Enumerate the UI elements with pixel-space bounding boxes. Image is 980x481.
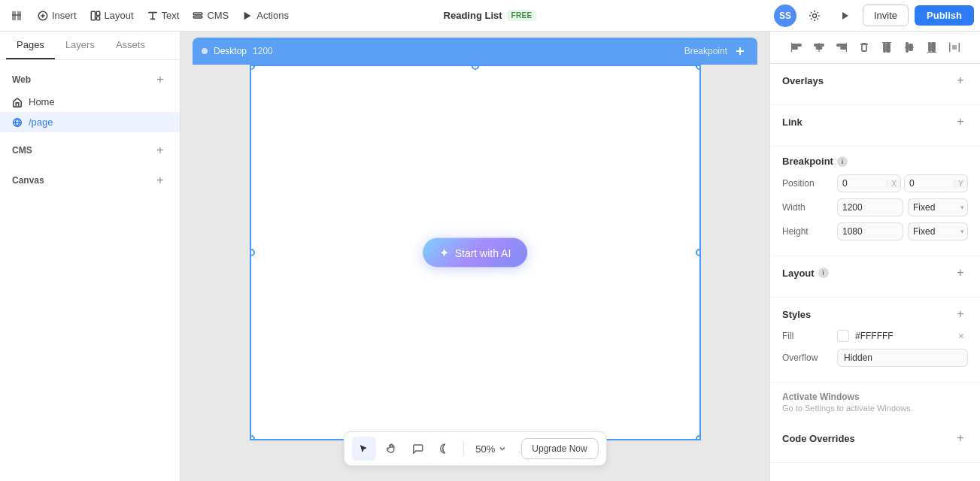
position-x-input[interactable]: [838, 175, 887, 192]
align-bottom-button[interactable]: [922, 38, 942, 57]
canvas-viewport[interactable]: ✦ Start with AI: [181, 65, 769, 481]
align-top-button[interactable]: [877, 38, 897, 57]
width-input[interactable]: [838, 199, 903, 216]
overlays-header: Overlays +: [782, 73, 968, 88]
overflow-select[interactable]: HiddenVisibleScrollAuto: [838, 349, 967, 366]
handle-bl[interactable]: [250, 435, 255, 440]
right-panel: Overlays + Link + Breakpoint i Position: [769, 32, 980, 481]
hand-tool[interactable]: [378, 437, 402, 461]
sidebar-item-page[interactable]: /page: [0, 112, 180, 132]
height-mode-arrow: ▾: [960, 228, 967, 235]
tab-layers[interactable]: Layers: [55, 32, 105, 59]
layout-info-icon[interactable]: i: [818, 268, 829, 278]
add-canvas-button[interactable]: +: [153, 173, 168, 188]
fill-color-value: #FFFFFF: [855, 331, 948, 341]
canvas-topbar: Desktop 1200 Breakpoint: [193, 38, 757, 65]
align-center-h-button[interactable]: [809, 38, 829, 57]
add-code-override-button[interactable]: +: [953, 431, 968, 446]
height-mode-select[interactable]: FixedAutoFill: [909, 223, 960, 240]
layout-button[interactable]: Layout: [84, 7, 140, 24]
text-button[interactable]: Text: [141, 7, 186, 24]
sidebar-item-home[interactable]: Home: [0, 92, 180, 112]
toolbar-divider: [463, 441, 463, 456]
svg-rect-29: [929, 43, 930, 51]
globe-icon: [12, 117, 23, 128]
handle-br[interactable]: [696, 435, 701, 440]
position-y-input[interactable]: [905, 175, 954, 192]
handle-tr[interactable]: [696, 65, 701, 70]
align-center-v-button[interactable]: [900, 38, 919, 57]
activate-windows-overlay: Activate Windows Go to Settings to activ…: [770, 383, 980, 422]
tab-assets[interactable]: Assets: [105, 32, 156, 59]
height-input[interactable]: [838, 223, 903, 240]
start-with-ai-button[interactable]: ✦ Start with AI: [423, 238, 528, 268]
zoom-selector[interactable]: 50%: [469, 440, 511, 458]
actions-button[interactable]: Actions: [236, 7, 295, 24]
preview-button[interactable]: [833, 4, 857, 28]
handle-ml[interactable]: [250, 249, 255, 256]
tab-pages[interactable]: Pages: [6, 32, 55, 59]
svg-rect-23: [884, 44, 885, 52]
position-x-wrap: X: [837, 174, 901, 192]
canvas-frame[interactable]: ✦ Start with AI: [250, 65, 701, 440]
add-style-button[interactable]: +: [953, 307, 968, 322]
breakpoint-header: Breakpoint i: [782, 156, 968, 167]
overflow-select-wrap: HiddenVisibleScrollAuto: [837, 349, 968, 367]
add-link-button[interactable]: +: [953, 114, 968, 129]
delete-button[interactable]: [854, 38, 874, 57]
styles-section: Styles + Fill #FFFFFF × Overflow HiddenV…: [770, 298, 980, 383]
svg-rect-6: [194, 13, 202, 15]
web-section-header: Web +: [0, 68, 180, 92]
add-layout-button[interactable]: +: [953, 265, 968, 280]
svg-rect-34: [952, 45, 957, 50]
canvas-section-header: Canvas +: [0, 168, 180, 192]
alignment-toolbar: [770, 32, 980, 64]
fill-remove-button[interactable]: ×: [954, 329, 968, 343]
breakpoint-add-button[interactable]: [732, 43, 748, 59]
width-mode-arrow: ▾: [960, 204, 967, 211]
upgrade-button[interactable]: Upgrade Now: [520, 438, 598, 459]
cms-button[interactable]: CMS: [187, 7, 235, 24]
settings-button[interactable]: [803, 4, 827, 28]
comment-tool[interactable]: [405, 437, 429, 461]
align-left-button[interactable]: [787, 38, 806, 57]
svg-rect-20: [837, 44, 846, 46]
styles-header: Styles +: [782, 307, 968, 322]
main-area: Pages Layers Assets Web + Home: [0, 32, 980, 481]
publish-button[interactable]: Publish: [915, 5, 974, 26]
select-tool[interactable]: [351, 437, 375, 461]
desktop-label: Desktop: [214, 46, 247, 56]
handle-tm[interactable]: [472, 65, 479, 70]
breakpoint-info-icon[interactable]: i: [837, 156, 848, 167]
canvas-section-title: Canvas: [12, 175, 44, 186]
code-overrides-header: Code Overrides +: [782, 431, 968, 446]
ai-button-label: Start with AI: [455, 247, 511, 259]
layout-header: Layout i +: [782, 265, 968, 280]
position-label: Position: [782, 178, 831, 189]
bottom-toolbar: 50% Upgrade Now: [343, 431, 606, 466]
handle-mr[interactable]: [696, 249, 701, 256]
dark-mode-tool[interactable]: [432, 437, 457, 461]
fill-color-swatch[interactable]: [837, 330, 849, 342]
layout-section: Layout i +: [770, 256, 980, 298]
overflow-label: Overflow: [782, 352, 831, 363]
link-header: Link +: [782, 114, 968, 129]
position-y-wrap: Y: [904, 174, 968, 192]
add-cms-button[interactable]: +: [153, 143, 168, 158]
distribute-h-button[interactable]: [945, 38, 964, 57]
add-overlay-button[interactable]: +: [953, 73, 968, 88]
width-value-wrap: [837, 198, 903, 216]
width-mode-select[interactable]: FixedAutoFill: [909, 199, 960, 216]
invite-button[interactable]: Invite: [863, 5, 909, 26]
svg-point-9: [812, 14, 816, 17]
handle-tl[interactable]: [250, 65, 255, 70]
add-web-button[interactable]: +: [153, 72, 168, 87]
navbar-right: SS Invite Publish: [774, 4, 974, 28]
canvas-topbar-left: Desktop 1200: [202, 46, 273, 56]
avatar-button[interactable]: SS: [774, 5, 796, 27]
app-logo-button[interactable]: [6, 5, 27, 26]
align-right-button[interactable]: [832, 38, 851, 57]
svg-marker-10: [842, 12, 848, 20]
insert-button[interactable]: Insert: [32, 7, 83, 24]
fill-label: Fill: [782, 331, 831, 341]
